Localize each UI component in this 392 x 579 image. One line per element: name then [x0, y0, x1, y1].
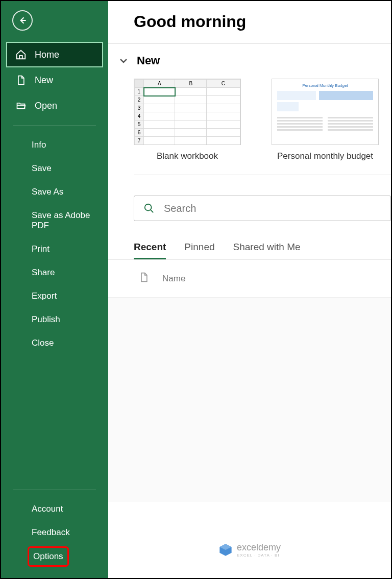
back-button[interactable] — [12, 10, 33, 31]
budget-thumbnail: Personal Monthly Budget — [272, 79, 379, 145]
new-file-icon — [15, 75, 27, 86]
search-input[interactable] — [164, 203, 381, 214]
watermark: exceldemy EXCEL · DATA · BI — [218, 542, 281, 558]
file-tabs: Recent Pinned Shared with Me — [108, 242, 391, 260]
search-icon — [143, 203, 155, 214]
nav-label: New — [35, 75, 53, 86]
new-section-header[interactable]: New — [108, 54, 391, 67]
section-divider — [134, 175, 391, 175]
nav-label: Open — [35, 101, 57, 111]
backstage-view: Home New Open Info Save Save As Save as … — [1, 1, 391, 578]
nav-secondary: Info Save Save As Save as Adobe PDF Prin… — [1, 133, 108, 482]
tab-pinned[interactable]: Pinned — [184, 242, 214, 259]
templates-row: A B C 1 2 3 4 5 6 7 Blank workbook — [108, 79, 391, 161]
search-box[interactable] — [134, 196, 391, 221]
section-title: New — [137, 54, 160, 67]
watermark-brand: exceldemy — [237, 542, 281, 552]
svg-point-1 — [145, 204, 152, 211]
home-icon — [15, 49, 27, 60]
nav-label: Home — [35, 50, 59, 60]
nav-close[interactable]: Close — [1, 331, 108, 355]
recent-files-list — [108, 298, 391, 502]
template-personal-monthly-budget[interactable]: Personal Monthly Budget Personal monthly… — [272, 79, 379, 161]
nav-save-as[interactable]: Save As — [1, 180, 108, 204]
template-label: Personal monthly budget — [272, 151, 379, 161]
template-blank-workbook[interactable]: A B C 1 2 3 4 5 6 7 Blank workbook — [134, 79, 241, 161]
watermark-tagline: EXCEL · DATA · BI — [237, 553, 281, 558]
nav-print[interactable]: Print — [1, 237, 108, 261]
col-name[interactable]: Name — [162, 274, 185, 284]
nav-home[interactable]: Home — [6, 42, 103, 67]
nav-save[interactable]: Save — [1, 157, 108, 180]
nav-info[interactable]: Info — [1, 133, 108, 157]
nav-export[interactable]: Export — [1, 284, 108, 308]
tab-shared-with-me[interactable]: Shared with Me — [233, 242, 301, 259]
exceldemy-logo-icon — [218, 543, 233, 557]
nav-open[interactable]: Open — [6, 93, 103, 118]
back-arrow-icon — [17, 15, 28, 26]
svg-line-2 — [151, 210, 154, 213]
chevron-down-icon — [117, 55, 130, 67]
template-label: Blank workbook — [134, 151, 241, 161]
blank-workbook-thumbnail: A B C 1 2 3 4 5 6 7 — [134, 79, 241, 145]
search-wrap — [108, 196, 391, 242]
nav-divider — [13, 126, 96, 126]
document-icon — [139, 271, 162, 286]
nav-account[interactable]: Account — [1, 497, 108, 521]
tab-recent[interactable]: Recent — [134, 242, 166, 259]
nav-options[interactable]: Options — [33, 551, 63, 561]
nav-divider — [13, 490, 96, 490]
nav-new[interactable]: New — [6, 67, 103, 93]
options-highlight: Options — [28, 546, 69, 567]
nav-bottom: Account Feedback Options — [1, 497, 108, 578]
nav-primary: Home New Open — [1, 42, 108, 118]
open-folder-icon — [15, 100, 27, 111]
sidebar: Home New Open Info Save Save As Save as … — [1, 1, 108, 578]
greeting-title: Good morning — [108, 12, 391, 44]
nav-save-adobe-pdf[interactable]: Save as Adobe PDF — [1, 204, 108, 237]
nav-feedback[interactable]: Feedback — [1, 521, 108, 544]
nav-share[interactable]: Share — [1, 261, 108, 284]
nav-publish[interactable]: Publish — [1, 308, 108, 331]
list-header: Name — [108, 260, 391, 298]
main-panel: Good morning New A B C 1 2 — [108, 1, 391, 578]
